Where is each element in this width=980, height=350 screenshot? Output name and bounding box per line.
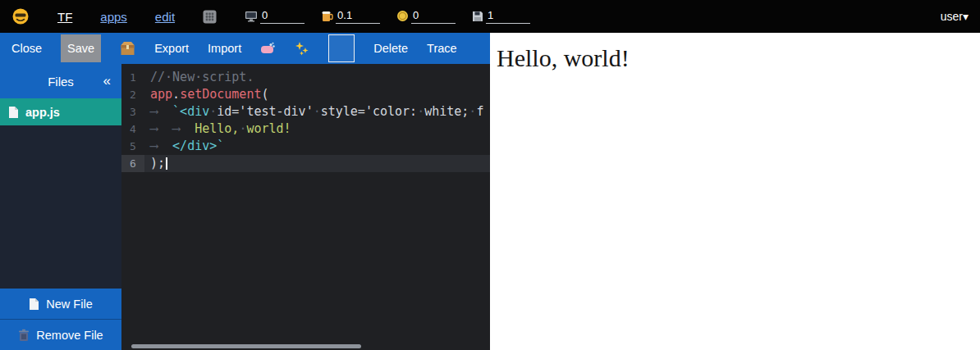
floppy-icon [472,11,483,24]
line-number: 4 [121,120,144,138]
line-number: 2 [121,86,144,103]
package-icon[interactable] [120,41,135,56]
line-number: 5 [121,138,144,155]
code-text: ⟶ </div>` [144,138,490,155]
stat-value-floppy: 1 [486,9,530,24]
new-file-icon [29,298,39,311]
files-sidebar: Files « app.js New File Remove File [0,64,121,350]
line-number: 3 [121,103,144,120]
user-menu[interactable]: user▾ [941,10,969,23]
code-line[interactable]: 4⟶ ⟶ Hello,·world! [121,120,490,138]
line-number: 6 [121,155,144,172]
code-text: ); [144,155,490,172]
apps-grid-icon[interactable] [203,10,217,24]
code-lines: 1//·New·script.2app.setDocument(3⟶ `<div… [121,64,490,172]
code-line[interactable]: 6); [121,155,490,172]
app-preview: Hello, world! [490,33,980,350]
code-text: //·New·script. [144,69,490,86]
stat-value-monitor: 0 [260,9,305,24]
stat-value-beer: 0.1 [336,9,380,24]
horizontal-scrollbar[interactable] [131,344,361,348]
stat-field-coin[interactable]: 0 [396,9,456,24]
coin-icon [396,10,409,24]
stat-field-floppy[interactable]: 1 [472,9,530,24]
sidebar-header: Files « [0,64,121,98]
stat-field-beer[interactable]: 0.1 [321,9,380,24]
soap-icon[interactable] [260,42,276,55]
file-name: app.js [25,106,60,119]
trash-icon [18,329,30,342]
file-item-appjs[interactable]: app.js [0,98,121,125]
file-icon [8,106,19,119]
topbar: TF apps edit 0 0.1 0 1 [0,0,980,33]
stat-value-coin: 0 [411,9,456,24]
blank-button[interactable] [328,34,355,62]
text-cursor [166,157,167,170]
file-list-empty-area [0,125,121,289]
code-line[interactable]: 1//·New·script. [121,69,490,86]
status-fields: 0 0.1 0 1 [245,9,530,24]
save-button[interactable]: Save [61,34,101,62]
code-editor[interactable]: 1//·New·script.2app.setDocument(3⟶ `<div… [121,64,490,350]
remove-file-button[interactable]: Remove File [0,319,121,350]
code-text: app.setDocument( [144,86,490,103]
monitor-icon [245,11,258,24]
sparkles-icon[interactable] [295,41,309,56]
nav-link-apps[interactable]: apps [100,10,127,24]
nav-link-edit[interactable]: edit [155,10,175,24]
line-number: 1 [121,69,144,86]
collapse-sidebar-button[interactable]: « [103,73,111,89]
preview-hello-text: Hello, world! [497,44,980,72]
new-file-button[interactable]: New File [0,289,121,319]
sidebar-title: Files [48,75,74,89]
code-line[interactable]: 2app.setDocument( [121,86,490,103]
close-button[interactable]: Close [11,42,42,55]
new-file-label: New File [46,298,92,311]
logo-smiley-icon[interactable] [11,7,30,25]
beer-icon [321,10,333,24]
code-line[interactable]: 5⟶ </div>` [121,138,490,155]
export-button[interactable]: Export [154,42,189,55]
trace-button[interactable]: Trace [427,42,457,55]
brand-link[interactable]: TF [57,10,72,24]
code-line[interactable]: 3⟶ `<div·id='test-div'·style='color:·whi… [121,103,490,120]
code-text: ⟶ ⟶ Hello,·world! [144,120,490,138]
code-text: ⟶ `<div·id='test-div'·style='color:·whit… [144,103,490,120]
editor-toolbar: Close Save Export Import Delete Trace [0,33,490,64]
import-button[interactable]: Import [208,42,241,55]
remove-file-label: Remove File [36,329,103,342]
stat-field-monitor[interactable]: 0 [245,9,305,24]
delete-button[interactable]: Delete [373,42,408,55]
